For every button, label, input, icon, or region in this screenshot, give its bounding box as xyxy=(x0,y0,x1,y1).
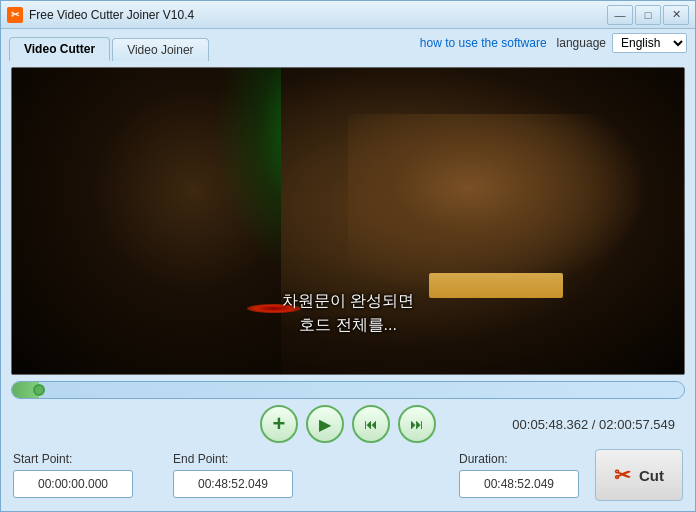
video-background: 차원문이 완성되면 호드 전체를... xyxy=(12,68,684,374)
tab-video-cutter[interactable]: Video Cutter xyxy=(9,37,110,61)
window-controls: — □ ✕ xyxy=(607,5,689,25)
duration-group: Duration: xyxy=(459,452,579,498)
app-icon: ✂ xyxy=(7,7,23,23)
add-file-button[interactable]: + xyxy=(260,405,298,443)
cut-button[interactable]: ✂ Cut xyxy=(595,449,683,501)
set-start-button[interactable]: ⏮ xyxy=(352,405,390,443)
end-point-input[interactable] xyxy=(173,470,293,498)
set-end-button[interactable]: ⏭ xyxy=(398,405,436,443)
cut-label: Cut xyxy=(639,467,664,484)
controls-row: + ▶ ⏮ ⏭ 00:05:48.362 / 02:00:57.549 xyxy=(11,405,685,443)
scissors-icon: ✂ xyxy=(614,463,631,487)
video-player: 차원문이 완성되면 호드 전체를... xyxy=(11,67,685,375)
play-button[interactable]: ▶ xyxy=(306,405,344,443)
maximize-button[interactable]: □ xyxy=(635,5,661,25)
start-point-label: Start Point: xyxy=(13,452,133,466)
face-highlight xyxy=(348,114,650,298)
subtitle-overlay: 차원문이 완성되면 호드 전체를... xyxy=(282,289,414,337)
end-point-group: End Point: xyxy=(173,452,293,498)
teeth-highlight xyxy=(429,273,563,297)
start-point-group: Start Point: xyxy=(13,452,133,498)
time-display: 00:05:48.362 / 02:00:57.549 xyxy=(512,417,675,432)
tab-video-joiner[interactable]: Video Joiner xyxy=(112,38,209,61)
help-link[interactable]: how to use the software xyxy=(412,32,555,54)
language-label: language xyxy=(557,36,606,50)
fields-row: Start Point: End Point: Duration: ✂ Cut xyxy=(11,449,685,501)
window-title: Free Video Cutter Joiner V10.4 xyxy=(29,8,607,22)
content-area: 차원문이 완성되면 호드 전체를... + ▶ ⏮ ⏭ xyxy=(1,61,695,511)
timeline-remaining xyxy=(39,382,684,398)
end-point-label: End Point: xyxy=(173,452,293,466)
tabbar: Video Cutter Video Joiner how to use the… xyxy=(1,29,695,61)
close-button[interactable]: ✕ xyxy=(663,5,689,25)
minimize-button[interactable]: — xyxy=(607,5,633,25)
titlebar: ✂ Free Video Cutter Joiner V10.4 — □ ✕ xyxy=(1,1,695,29)
language-select[interactable]: English Chinese Spanish French German xyxy=(612,33,687,53)
timeline-bar[interactable] xyxy=(11,381,685,399)
main-window: ✂ Free Video Cutter Joiner V10.4 — □ ✕ V… xyxy=(0,0,696,512)
timeline-thumb[interactable] xyxy=(33,384,45,396)
duration-label: Duration: xyxy=(459,452,579,466)
duration-input[interactable] xyxy=(459,470,579,498)
start-point-input[interactable] xyxy=(13,470,133,498)
